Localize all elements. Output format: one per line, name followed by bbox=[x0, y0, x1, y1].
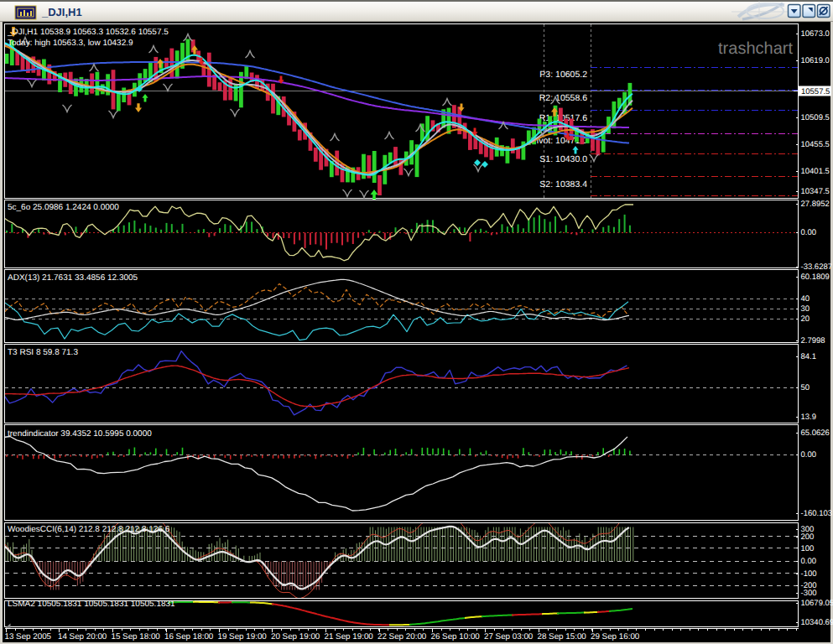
svg-text:19 Sep 19:00: 19 Sep 19:00 bbox=[218, 632, 268, 641]
svg-text:_DJI,H1 10538.9 10563.3 10532: _DJI,H1 10538.9 10563.3 10532.6 10557.5 bbox=[7, 28, 169, 37]
svg-text:-300: -300 bbox=[801, 589, 817, 598]
svg-text:10557.5: 10557.5 bbox=[801, 87, 830, 96]
svg-text:20 Sep 19:00: 20 Sep 19:00 bbox=[271, 632, 320, 641]
svg-text:10455.5: 10455.5 bbox=[801, 140, 830, 149]
svg-text:22 Sep 20:00: 22 Sep 20:00 bbox=[377, 632, 427, 641]
svg-text:T3 RSI 8 59.8 71.3: T3 RSI 8 59.8 71.3 bbox=[8, 348, 78, 357]
svg-text:27 Sep 03:00: 27 Sep 03:00 bbox=[484, 632, 534, 641]
svg-text:10673.0: 10673.0 bbox=[801, 29, 830, 39]
svg-text:27.8952: 27.8952 bbox=[801, 200, 830, 209]
svg-text:100: 100 bbox=[801, 544, 815, 553]
svg-text:trashchart: trashchart bbox=[718, 39, 793, 58]
svg-text:0.00: 0.00 bbox=[801, 228, 817, 237]
svg-text:200: 200 bbox=[801, 532, 815, 542]
svg-text:2.7998: 2.7998 bbox=[801, 336, 825, 345]
svg-text:84.1: 84.1 bbox=[801, 352, 817, 361]
svg-text:Today: high 10563.3, low 10432: Today: high 10563.3, low 10432.9 bbox=[8, 39, 133, 48]
svg-text:ADX(13) 21.7631 33.4856 12.300: ADX(13) 21.7631 33.4856 12.3005 bbox=[8, 273, 138, 283]
svg-text:R2: 10558.6: R2: 10558.6 bbox=[539, 93, 587, 103]
svg-text:14 Sep 20:00: 14 Sep 20:00 bbox=[58, 632, 107, 641]
svg-text:trendindicator 39.4352 10.5995: trendindicator 39.4352 10.5995 0.0000 bbox=[8, 429, 152, 439]
svg-text:21 Sep 19:00: 21 Sep 19:00 bbox=[325, 632, 374, 641]
svg-text:10679.05: 10679.05 bbox=[801, 599, 833, 608]
svg-text:50: 50 bbox=[801, 383, 810, 392]
svg-text:29 Sep 16:00: 29 Sep 16:00 bbox=[591, 632, 640, 641]
svg-text:13 Sep 2005: 13 Sep 2005 bbox=[5, 632, 52, 641]
svg-text:16 Sep 18:00: 16 Sep 18:00 bbox=[164, 632, 214, 641]
svg-text:WoodiesCCI(6,14) 212.8 212.8 2: WoodiesCCI(6,14) 212.8 212.8 212.8 126.6 bbox=[8, 525, 170, 534]
svg-text:-160.103: -160.103 bbox=[801, 509, 833, 518]
svg-text:65.0626: 65.0626 bbox=[801, 428, 830, 438]
svg-text:0.00: 0.00 bbox=[801, 557, 817, 566]
svg-text:-100: -100 bbox=[801, 569, 817, 579]
svg-text:S2: 10383.4: S2: 10383.4 bbox=[539, 179, 587, 190]
svg-text:5c_6o 25.0986 1.2424 0.0000: 5c_6o 25.0986 1.2424 0.0000 bbox=[8, 203, 119, 212]
svg-text:40: 40 bbox=[801, 294, 810, 304]
svg-text:10509.5: 10509.5 bbox=[801, 113, 830, 122]
svg-text:S1: 10430.0: S1: 10430.0 bbox=[539, 154, 587, 164]
svg-text:10347.5: 10347.5 bbox=[801, 187, 830, 196]
svg-text:26 Sep 10:00: 26 Sep 10:00 bbox=[431, 632, 481, 641]
svg-text:20: 20 bbox=[801, 314, 810, 324]
svg-text:_DJI,H1: _DJI,H1 bbox=[41, 6, 82, 18]
svg-text:10619.0: 10619.0 bbox=[801, 56, 830, 65]
svg-text:0.00: 0.00 bbox=[801, 450, 817, 460]
svg-text:-33.6287: -33.6287 bbox=[801, 262, 833, 272]
svg-text:LSMA2 10505.1831 10505.1831 10: LSMA2 10505.1831 10505.1831 10505.1831 bbox=[8, 600, 175, 609]
svg-text:10401.5: 10401.5 bbox=[801, 167, 830, 176]
svg-text:30: 30 bbox=[801, 304, 810, 314]
svg-text:10340.69: 10340.69 bbox=[801, 618, 833, 627]
svg-text:15 Sep 18:00: 15 Sep 18:00 bbox=[112, 632, 161, 641]
svg-text:P3: 10605.2: P3: 10605.2 bbox=[539, 70, 587, 80]
svg-text:28 Sep 15:00: 28 Sep 15:00 bbox=[538, 632, 587, 641]
svg-text:60.1809: 60.1809 bbox=[801, 273, 830, 282]
svg-text:13.9: 13.9 bbox=[801, 413, 817, 422]
